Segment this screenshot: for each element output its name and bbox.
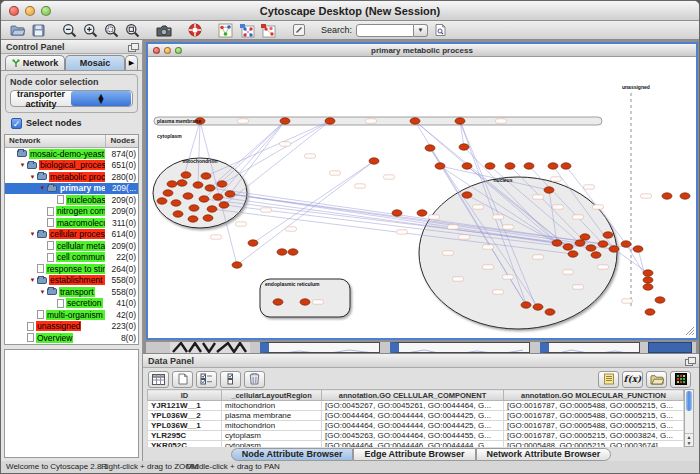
scrollbar-arrows-icon[interactable]: ▲▼ bbox=[685, 433, 693, 446]
tree-row[interactable]: secretion41(0) bbox=[5, 298, 138, 310]
save-icon[interactable] bbox=[30, 22, 47, 38]
table-row[interactable]: YPL036W__2plasma membrane[GO:0044464, GO… bbox=[148, 411, 684, 421]
select-attributes-icon[interactable] bbox=[196, 371, 217, 388]
network-node[interactable] bbox=[213, 194, 223, 200]
network-edge[interactable] bbox=[253, 161, 374, 243]
table-cell[interactable]: [GO:0016787, GO:0005215, GO:0003824, G..… bbox=[504, 431, 684, 441]
tree-row[interactable]: cell communicati22(0) bbox=[5, 252, 138, 264]
open-icon[interactable] bbox=[9, 22, 26, 38]
col-cellular-component[interactable]: annotation.GO CELLULAR_COMPONENT bbox=[322, 390, 504, 401]
network-node[interactable] bbox=[462, 192, 472, 198]
network-node[interactable] bbox=[157, 198, 167, 204]
network-node[interactable] bbox=[219, 202, 229, 208]
network-node[interactable] bbox=[680, 193, 690, 199]
network-node[interactable] bbox=[163, 190, 173, 196]
network-node[interactable] bbox=[173, 211, 183, 217]
table-cell[interactable]: mitochondrion bbox=[222, 401, 322, 411]
table-row[interactable]: YLR295Ccytoplasm[GO:0045263, GO:0044464,… bbox=[148, 431, 684, 441]
node-color-dropdown[interactable]: transporter activity ▲▼ bbox=[10, 90, 133, 107]
tab-network-attribute-browser[interactable]: Network Attribute Browser bbox=[476, 448, 612, 461]
table-cell[interactable]: [GO:0044464, GO:0044444, GO:0044425, G..… bbox=[322, 421, 504, 431]
network-node[interactable] bbox=[568, 251, 578, 257]
network-canvas[interactable]: plasma membranecytoplasmmitochondrionnuc… bbox=[148, 57, 696, 338]
scrollbar-thumb[interactable] bbox=[686, 391, 692, 411]
tab-network[interactable]: Network bbox=[5, 55, 65, 70]
col-molecular-function[interactable]: annotation.GO MOLECULAR_FUNCTION bbox=[504, 390, 684, 401]
network-node[interactable] bbox=[563, 244, 573, 250]
network-edge[interactable] bbox=[210, 121, 285, 188]
network-node[interactable] bbox=[201, 173, 211, 179]
network-node[interactable] bbox=[603, 232, 613, 238]
network-edge[interactable] bbox=[222, 121, 330, 184]
tree-column-nodes[interactable]: Nodes bbox=[106, 135, 138, 147]
more-tabs-icon[interactable]: ▶ bbox=[125, 55, 138, 70]
network-node[interactable] bbox=[189, 205, 199, 211]
tab-edge-attribute-browser[interactable]: Edge Attribute Browser bbox=[353, 448, 475, 461]
network-node[interactable] bbox=[177, 180, 187, 186]
table-scrollbar[interactable]: ▲▼ bbox=[684, 389, 694, 447]
table-cell[interactable]: [GO:0016787, GO:0005488, GO:0005215, G..… bbox=[504, 401, 684, 411]
network-node[interactable] bbox=[280, 118, 290, 124]
network-node[interactable] bbox=[575, 240, 585, 246]
network-node[interactable] bbox=[545, 309, 555, 315]
table-cell[interactable]: [GO:0016787, GO:0005488, GO:0005215, G..… bbox=[504, 421, 684, 431]
network-node[interactable] bbox=[171, 200, 181, 206]
network-node[interactable] bbox=[459, 144, 469, 150]
table-cell[interactable]: [GO:0044464, GO:0044444, GO:0044425, G..… bbox=[322, 411, 504, 421]
network-node[interactable] bbox=[462, 163, 472, 169]
delete-attribute-icon[interactable] bbox=[244, 371, 265, 388]
unselect-attributes-icon[interactable] bbox=[220, 371, 241, 388]
network-node[interactable] bbox=[655, 297, 665, 303]
network-node[interactable] bbox=[586, 245, 596, 251]
network-node[interactable] bbox=[524, 163, 534, 169]
tree-expander-icon[interactable]: ▼ bbox=[18, 162, 27, 168]
tree-row[interactable]: ▼metabolic process280(0) bbox=[5, 171, 138, 183]
table-row[interactable]: YPL036W__1mitochondrion[GO:0044464, GO:0… bbox=[148, 421, 684, 431]
network-node[interactable] bbox=[591, 252, 601, 258]
network-node[interactable] bbox=[435, 163, 445, 169]
background-window-1[interactable] bbox=[260, 342, 380, 353]
network-node[interactable] bbox=[561, 163, 571, 169]
network-node[interactable] bbox=[232, 262, 242, 268]
help-icon[interactable] bbox=[186, 22, 203, 38]
table-cell[interactable]: YLR295C bbox=[148, 431, 222, 441]
tree-row[interactable]: ▼primary metabolic209(... bbox=[5, 183, 138, 195]
network-node[interactable] bbox=[273, 299, 283, 305]
select-nodes-checkbox[interactable]: ✓ bbox=[11, 118, 22, 129]
network-node[interactable] bbox=[643, 277, 653, 283]
network-node[interactable] bbox=[188, 216, 198, 222]
network-node[interactable] bbox=[203, 215, 213, 221]
zoom-in-icon[interactable] bbox=[82, 22, 99, 38]
zoom-fit-icon[interactable] bbox=[124, 22, 141, 38]
network-node[interactable] bbox=[167, 181, 177, 187]
network-node[interactable] bbox=[548, 163, 558, 169]
tree-expander-icon[interactable]: ▼ bbox=[28, 277, 37, 283]
network-node[interactable] bbox=[580, 234, 590, 240]
table-cell[interactable]: YPL036W__1 bbox=[148, 421, 222, 431]
tree-expander-icon[interactable]: ▼ bbox=[38, 289, 47, 295]
network-node[interactable] bbox=[552, 240, 562, 246]
tree-row[interactable]: ▼cellular process614(0) bbox=[5, 229, 138, 241]
network-node[interactable] bbox=[199, 196, 209, 202]
col-region[interactable]: _cellularLayoutRegion bbox=[222, 390, 322, 401]
load-attributes-icon[interactable] bbox=[646, 371, 667, 388]
col-id[interactable]: ID bbox=[148, 390, 222, 401]
table-cell[interactable]: plasma membrane bbox=[222, 411, 322, 421]
network-edge[interactable] bbox=[230, 121, 285, 194]
network-node[interactable] bbox=[248, 240, 258, 246]
network-edit-icon[interactable] bbox=[238, 22, 255, 38]
background-window-2[interactable] bbox=[390, 342, 530, 353]
tree-row[interactable]: response to stimulu264(0) bbox=[5, 263, 138, 275]
tree-row[interactable]: multi-organism pro42(0) bbox=[5, 309, 138, 321]
network-node[interactable] bbox=[662, 193, 672, 199]
network-node[interactable] bbox=[645, 309, 655, 315]
attribute-table-icon[interactable] bbox=[148, 371, 169, 388]
network-node[interactable] bbox=[193, 182, 203, 188]
tree-row[interactable]: mosaic-demo-yeast874(0) bbox=[5, 148, 138, 160]
network-node[interactable] bbox=[392, 210, 402, 216]
table-cell[interactable]: cytoplasm bbox=[222, 431, 322, 441]
network-view-icon[interactable] bbox=[217, 22, 234, 38]
network-node[interactable] bbox=[288, 249, 298, 255]
network-node[interactable] bbox=[643, 284, 653, 290]
tab-node-attribute-browser[interactable]: Node Attribute Browser bbox=[231, 448, 354, 461]
